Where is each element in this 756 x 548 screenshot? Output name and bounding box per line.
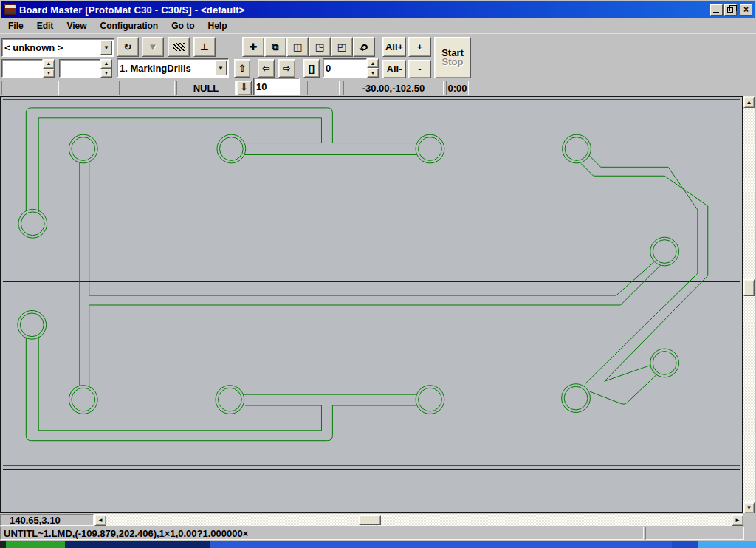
scroll-up-button[interactable]: ▲: [743, 97, 755, 108]
insert-down-icon: ▼: [148, 43, 158, 52]
restore-icon: [727, 7, 733, 13]
horizontal-scroll-thumb[interactable]: [359, 515, 381, 525]
all-minus-button[interactable]: All-: [382, 60, 406, 78]
magnifier-icon: [360, 44, 368, 51]
horizontal-scrollbar-row: 140.65,3.10 ◄ ►: [0, 514, 756, 526]
stop-label: Stop: [442, 58, 464, 66]
y-step-spinner[interactable]: ▲ ▼: [100, 59, 112, 78]
menu-bar: FileEditViewConfigurationGo toHelp: [1, 18, 755, 33]
jog-right-button[interactable]: ⇨: [278, 59, 295, 78]
menu-item-help[interactable]: Help: [202, 19, 234, 32]
rotate-tool-button[interactable]: ↻: [117, 37, 139, 57]
count-spinner[interactable]: ▲ ▼: [367, 58, 379, 78]
close-button[interactable]: ×: [740, 4, 752, 16]
hatch-icon: [173, 43, 185, 51]
x-step-spinner[interactable]: ▲ ▼: [43, 59, 55, 78]
toolbar: < unknown > ▼ ↻▼⊥✚⧉◫◳◰ All+ + All- - Sta…: [0, 33, 756, 96]
vertical-scrollbar[interactable]: ▲ ▼: [743, 96, 755, 513]
taskbar-segment[interactable]: [698, 541, 756, 548]
spin-down-icon[interactable]: ▼: [100, 69, 112, 78]
status-panel-4: [307, 81, 340, 95]
menu-item-go-to[interactable]: Go to: [165, 19, 201, 32]
status-panel-right: [645, 527, 744, 540]
jog-down-button[interactable]: ⇩: [236, 81, 252, 95]
move-selection-button[interactable]: ✚: [242, 37, 264, 57]
move-selection-icon: ✚: [250, 43, 258, 52]
paste-window-icon: ◰: [337, 43, 346, 52]
scroll-down-button[interactable]: ▼: [743, 502, 755, 513]
all-plus-button[interactable]: All+: [382, 37, 406, 57]
job-status-text: UNTITL~1.LMD,(-109.879,202.406),1×1,0.00…: [0, 527, 644, 540]
menu-item-file[interactable]: File: [1, 19, 30, 32]
status-panel-1: [1, 81, 59, 95]
phase-select-value: 1. MarkingDrills: [120, 63, 191, 74]
status-panel-2: [61, 81, 117, 95]
vertical-scroll-thumb[interactable]: [743, 279, 755, 296]
chevron-down-icon[interactable]: ▼: [100, 41, 112, 55]
spin-up-icon[interactable]: ▲: [43, 59, 55, 69]
y-step-field[interactable]: [59, 59, 100, 78]
title-bar: Board Master [ProtoMat C30 - C30/S] - <d…: [1, 1, 755, 18]
bracket-button[interactable]: []: [303, 59, 320, 78]
x-step-field[interactable]: [1, 59, 43, 78]
tool-select-value: < unknown >: [4, 42, 63, 53]
scroll-left-button[interactable]: ◄: [94, 514, 106, 526]
jog-left-button[interactable]: ⇦: [258, 59, 275, 78]
rotate-tool-icon: ↻: [124, 43, 132, 52]
zoom-button[interactable]: [353, 37, 375, 57]
pcb-traces: [1, 97, 742, 512]
taskbar-segment[interactable]: [65, 541, 210, 548]
plus-button[interactable]: +: [408, 37, 431, 57]
taskbar-segment[interactable]: [210, 541, 672, 548]
status-bar: UNTITL~1.LMD,(-109.879,202.406),1×1,0.00…: [0, 527, 756, 541]
duplicate-button[interactable]: ◫: [286, 37, 309, 57]
tool-down-button[interactable]: ⊥: [193, 37, 216, 57]
spin-up-icon[interactable]: ▲: [367, 58, 379, 68]
taskbar-segment[interactable]: [0, 541, 6, 548]
pcb-workspace[interactable]: [0, 96, 743, 513]
chevron-down-icon[interactable]: ▼: [215, 61, 227, 75]
job-time-readout: 0:00: [446, 81, 469, 95]
status-panel-3: [119, 81, 175, 95]
cursor-coordinate-readout: 140.65,3.10: [0, 514, 94, 526]
minimize-button[interactable]: [710, 4, 723, 16]
start-stop-button[interactable]: Start Stop: [434, 37, 471, 78]
tool-down-icon: ⊥: [200, 43, 209, 52]
window-title: Board Master [ProtoMat C30 - C30/S] - <d…: [19, 4, 709, 16]
taskbar-edge[interactable]: [0, 541, 756, 548]
select-area-button[interactable]: ⧉: [264, 37, 286, 57]
rubout-area-button[interactable]: [168, 37, 190, 57]
menu-item-configuration[interactable]: Configuration: [94, 19, 165, 32]
feed-field[interactable]: 10: [253, 78, 300, 95]
close-icon: ×: [743, 5, 749, 14]
phase-select[interactable]: 1. MarkingDrills ▼: [117, 58, 229, 78]
minus-button[interactable]: -: [408, 60, 431, 78]
spin-down-icon[interactable]: ▼: [43, 69, 55, 78]
tool-status-panel: NULL: [176, 81, 236, 95]
board-master-window: Board Master [ProtoMat C30 - C30/S] - <d…: [0, 0, 756, 548]
horizontal-scroll-track[interactable]: [106, 514, 732, 526]
copy-window-icon: ◳: [315, 43, 324, 52]
menu-item-edit[interactable]: Edit: [30, 19, 61, 32]
taskbar-segment[interactable]: [6, 541, 65, 548]
count-field[interactable]: 0: [323, 58, 367, 78]
duplicate-icon: ◫: [293, 43, 302, 52]
copy-window-button[interactable]: ◳: [309, 37, 331, 57]
jog-up-button[interactable]: ⇧: [234, 59, 250, 78]
taskbar-segment[interactable]: [672, 541, 698, 548]
head-position-readout: -30.00,-102.50: [343, 81, 444, 95]
menu-item-view[interactable]: View: [60, 19, 93, 32]
scroll-right-button[interactable]: ►: [732, 514, 743, 526]
paste-window-button[interactable]: ◰: [331, 37, 353, 57]
app-icon: [4, 4, 16, 15]
insert-down-button[interactable]: ▼: [142, 37, 164, 57]
select-area-icon: ⧉: [272, 43, 278, 52]
tool-select[interactable]: < unknown > ▼: [1, 38, 114, 57]
spin-up-icon[interactable]: ▲: [100, 59, 112, 69]
restore-button[interactable]: [724, 4, 737, 16]
minimize-icon: [713, 12, 719, 13]
spin-down-icon[interactable]: ▼: [367, 68, 379, 78]
